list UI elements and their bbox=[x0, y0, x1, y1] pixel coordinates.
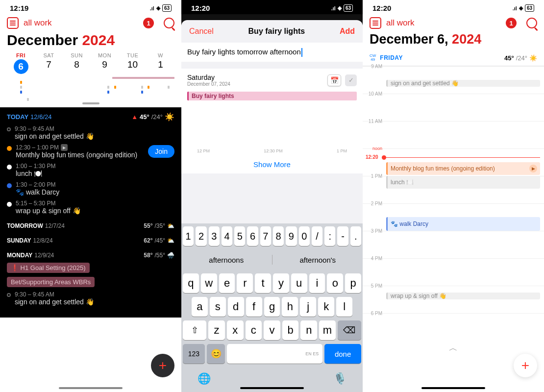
key[interactable]: 7 bbox=[260, 226, 271, 246]
key[interactable]: / bbox=[312, 226, 322, 246]
notification-badge[interactable]: 1 bbox=[143, 18, 154, 28]
chevron-up-icon[interactable]: ︿ bbox=[449, 342, 458, 354]
backspace-key[interactable]: ⌫ bbox=[338, 320, 361, 340]
key[interactable]: n bbox=[300, 320, 317, 340]
key[interactable]: 3 bbox=[209, 226, 220, 246]
day-event[interactable]: 🐾 walk Darcy bbox=[386, 217, 540, 231]
key[interactable]: 5 bbox=[234, 226, 245, 246]
day-event[interactable]: wrap up & sign off 👋 bbox=[386, 293, 540, 299]
week-strip[interactable]: FRI6SAT7SUN8MON9TUE10W1 bbox=[7, 52, 174, 74]
cancel-button[interactable]: Cancel bbox=[189, 27, 214, 36]
suggestion[interactable]: afternoons bbox=[183, 250, 270, 270]
key[interactable]: c bbox=[246, 320, 262, 340]
key[interactable]: - bbox=[337, 226, 348, 246]
home-indicator[interactable] bbox=[59, 387, 123, 389]
key[interactable]: 9 bbox=[286, 226, 297, 246]
key[interactable]: r bbox=[237, 273, 253, 293]
event-row[interactable]: 9:30 – 9:45 AM sign on and get settled 👋 bbox=[0, 123, 181, 142]
date-row[interactable]: Saturday December 07, 2024 📅 ✓ bbox=[187, 74, 357, 87]
event-row[interactable]: 12:30 – 1:00 PM ▶Monthly blog fun times … bbox=[0, 142, 181, 161]
upcoming-day-header[interactable]: MONDAY12/9/2458°/55°🌧️ bbox=[0, 246, 181, 261]
day-column[interactable]: MON9 bbox=[91, 52, 119, 74]
123-key[interactable]: 123 bbox=[183, 344, 205, 364]
key[interactable]: 0 bbox=[299, 226, 310, 246]
add-event-fab[interactable]: + bbox=[151, 354, 174, 377]
home-indicator[interactable] bbox=[240, 387, 304, 389]
event-row[interactable]: 1:30 – 2:00 PM 🐾 walk Darcy bbox=[0, 179, 181, 198]
day-event[interactable]: Monthly blog fun times (ongoing edition)… bbox=[386, 162, 540, 175]
key[interactable]: t bbox=[255, 273, 271, 293]
day-column[interactable]: SAT7 bbox=[35, 52, 63, 74]
chip[interactable]: Bet/Supporting Areas WBRs bbox=[7, 277, 95, 287]
day-grid[interactable]: 12:20 9 AM10 AM11 AMnoon1 PM2 PM3 PM4 PM… bbox=[363, 66, 544, 350]
show-more-button[interactable]: Show More bbox=[181, 155, 363, 173]
key[interactable]: k bbox=[318, 297, 334, 317]
key[interactable]: z bbox=[208, 320, 225, 340]
globe-icon[interactable]: 🌐 bbox=[198, 372, 211, 385]
key[interactable]: v bbox=[264, 320, 280, 340]
suggestion[interactable]: afternoon's bbox=[274, 250, 362, 270]
search-icon[interactable] bbox=[526, 18, 537, 28]
key[interactable]: w bbox=[201, 273, 217, 293]
day-column[interactable]: TUE10 bbox=[119, 52, 147, 74]
key[interactable]: . bbox=[350, 226, 361, 246]
key[interactable]: s bbox=[210, 297, 226, 317]
key[interactable]: p bbox=[345, 273, 361, 293]
key[interactable]: m bbox=[319, 320, 336, 340]
menu-icon[interactable] bbox=[370, 17, 381, 29]
home-indicator[interactable] bbox=[421, 387, 485, 389]
calendar-picker-icon[interactable]: 📅 bbox=[327, 74, 341, 86]
day-column[interactable]: SUN8 bbox=[63, 52, 91, 74]
drag-handle[interactable] bbox=[82, 102, 99, 104]
notification-badge[interactable]: 1 bbox=[506, 18, 517, 28]
day-event[interactable]: sign on and get settled 👋 bbox=[386, 80, 540, 87]
add-event-fab[interactable]: + bbox=[514, 354, 537, 377]
upcoming-day-header[interactable]: SUNDAY12/8/2462°/45°⛅ bbox=[0, 231, 181, 246]
done-key[interactable]: done bbox=[324, 344, 361, 364]
key[interactable]: : bbox=[324, 226, 335, 246]
confirm-icon[interactable]: ✓ bbox=[345, 74, 357, 86]
key[interactable]: y bbox=[273, 273, 289, 293]
agenda-list[interactable]: TODAY 12/6/24 ▲ 45°/24° ☀️ 9:30 – 9:45 A… bbox=[0, 107, 181, 318]
key[interactable]: 6 bbox=[247, 226, 258, 246]
key[interactable]: 2 bbox=[196, 226, 206, 246]
key[interactable]: f bbox=[246, 297, 262, 317]
event-row[interactable]: 9:30 – 9:45 AM sign on and get settled 👋 bbox=[0, 289, 181, 308]
key[interactable]: o bbox=[327, 273, 343, 293]
key[interactable]: e bbox=[219, 273, 235, 293]
key[interactable]: h bbox=[282, 297, 298, 317]
menu-icon[interactable] bbox=[7, 17, 19, 29]
key[interactable]: 1 bbox=[183, 226, 194, 246]
event-row[interactable]: 1:00 – 1:30 PM lunch 🍽️ bbox=[0, 161, 181, 179]
key[interactable]: b bbox=[282, 320, 299, 340]
calendar-name[interactable]: all work bbox=[386, 18, 415, 28]
join-button[interactable]: Join bbox=[148, 145, 174, 158]
add-button[interactable]: Add bbox=[340, 27, 355, 36]
key[interactable]: a bbox=[192, 297, 208, 317]
event-title-input[interactable]: Buy fairy lights tomorrow afternoon bbox=[181, 43, 363, 62]
key[interactable]: x bbox=[227, 320, 244, 340]
emoji-key[interactable]: 😊 bbox=[207, 344, 225, 364]
key[interactable]: 4 bbox=[222, 226, 232, 246]
preview-event[interactable]: Buy fairy lights bbox=[187, 92, 357, 100]
key[interactable]: 8 bbox=[273, 226, 284, 246]
search-icon[interactable] bbox=[164, 18, 174, 28]
shift-key[interactable]: ⇧ bbox=[183, 320, 206, 340]
key[interactable]: i bbox=[309, 273, 325, 293]
day-column[interactable]: W1 bbox=[147, 52, 174, 74]
calendar-name[interactable]: all work bbox=[24, 18, 52, 28]
key[interactable]: d bbox=[228, 297, 244, 317]
key[interactable]: l bbox=[336, 297, 352, 317]
day-event[interactable]: lunch 🍽️ bbox=[386, 176, 540, 189]
upcoming-day-header[interactable]: TOMORROW12/7/2455°/35°⛅ bbox=[0, 217, 181, 231]
key[interactable]: u bbox=[291, 273, 307, 293]
key[interactable]: q bbox=[183, 273, 199, 293]
key[interactable]: j bbox=[300, 297, 316, 317]
space-key[interactable]: EN ES bbox=[227, 344, 322, 364]
mic-icon[interactable]: 🎙️ bbox=[333, 372, 346, 385]
time-preview[interactable]: Buy fairy lights 12 PM 12:30 PM 1 PM bbox=[187, 92, 357, 155]
event-row[interactable]: 5:15 – 5:30 PM wrap up & sign off 👋 bbox=[0, 198, 181, 217]
key[interactable]: g bbox=[264, 297, 280, 317]
chip[interactable]: ❗ H1 Goal Setting (2025) bbox=[7, 263, 90, 273]
day-column[interactable]: FRI6 bbox=[7, 52, 35, 74]
